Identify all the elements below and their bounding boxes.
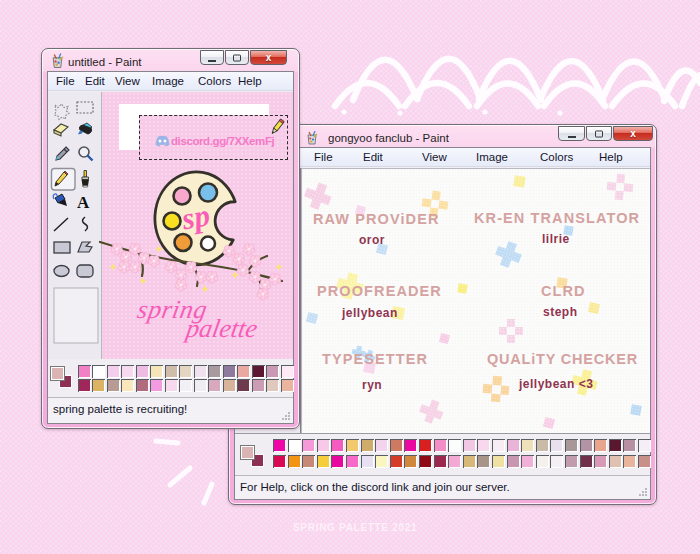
svg-text:sp: sp	[178, 197, 212, 236]
svg-text:A: A	[77, 193, 90, 212]
